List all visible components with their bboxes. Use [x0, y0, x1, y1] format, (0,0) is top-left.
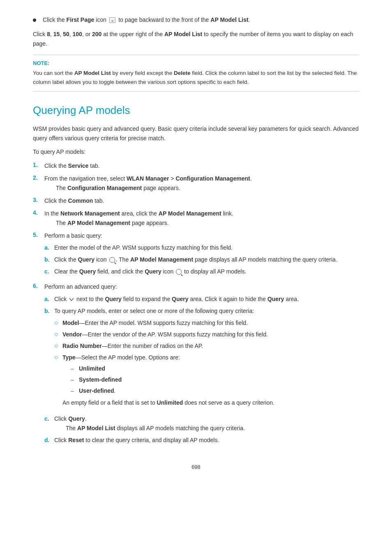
first-page-icon: « — [109, 17, 116, 23]
num-200: 200 — [92, 31, 101, 37]
step-2-number: 2. — [33, 174, 44, 181]
step-5-content: Perform a basic query: a. Enter the mode… — [44, 231, 359, 279]
step-5c-query-field: Query — [79, 268, 96, 275]
step-6c: c. Click Query. The AP Model List displa… — [44, 414, 359, 433]
step-4-netmgmt: Network Management — [60, 210, 120, 217]
step-5-number: 5. — [33, 231, 44, 238]
dash-unlimited: – Unlimited — [71, 364, 359, 373]
step-5c-content: Clear the Query field, and click the Que… — [54, 267, 359, 276]
step-2-wlan: WLAN Manager — [127, 175, 169, 182]
intro-para-1: WSM provides basic query and advanced qu… — [33, 124, 359, 143]
field-note: An empty field or a field that is set to… — [62, 398, 359, 408]
circle-radio-content: Radio Number—Enter the number of radios … — [62, 341, 359, 351]
type-bold: Type — [62, 354, 76, 361]
step-5b-label: b. — [44, 255, 54, 264]
circle-bullet-radio: ○ — [54, 341, 62, 350]
step-6d: d. Click Reset to clear the query criter… — [44, 436, 359, 445]
note-label: NOTE: — [33, 60, 359, 66]
chevron-down-icon — [69, 298, 74, 301]
circle-model: ○ Model—Enter the AP model. WSM supports… — [54, 318, 359, 328]
step-5b-content: Click the Query icon . The AP Model Mana… — [54, 255, 359, 264]
step-3-common: Common — [68, 197, 93, 204]
step-6d-label: d. — [44, 436, 54, 445]
step-2-indent: The Configuration Management page appear… — [56, 183, 359, 193]
dash-user-content: User-defined. — [79, 386, 359, 396]
step-1-number: 1. — [33, 161, 44, 168]
step-6c-label: c. — [44, 414, 54, 424]
step-6-content: Perform an advanced query: a. Click next… — [44, 282, 359, 447]
step-2: 2. From the navigation tree, select WLAN… — [33, 174, 359, 193]
step-2-config: Configuration Management — [175, 175, 250, 182]
bullet-section: Click the First Page icon « to page back… — [33, 16, 359, 23]
step-4-number: 4. — [33, 209, 44, 216]
step-6: 6. Perform an advanced query: a. Click n… — [33, 282, 359, 447]
user-defined-bold: User-defined — [79, 387, 114, 394]
circle-model-content: Model—Enter the AP model. WSM supports f… — [62, 318, 359, 328]
step-5b-apmodel: AP Model Management — [130, 256, 193, 263]
step-3: 3. Click the Common tab. — [33, 196, 359, 206]
vendor-bold: Vendor — [62, 331, 82, 338]
query-search-icon-5c — [176, 269, 182, 275]
step-5c-query-icon: Query — [145, 268, 161, 275]
model-bold: Model — [62, 320, 79, 326]
step-5b-query: Query — [78, 256, 95, 263]
step-5a-label: a. — [44, 243, 54, 253]
circle-type-content: Type—Select the AP model type. Options a… — [62, 353, 359, 409]
step-5-substeps: a. Enter the model of the AP. WSM suppor… — [44, 243, 359, 276]
step-4-apmodel-page: AP Model Management — [67, 220, 130, 226]
step-5a-content: Enter the model of the AP. WSM supports … — [54, 243, 359, 253]
ap-model-list-ref: AP Model List — [164, 31, 202, 37]
bullet-dot — [33, 19, 36, 22]
radio-bold: Radio Number — [62, 343, 102, 349]
circle-bullet-vendor: ○ — [54, 330, 62, 339]
step-1-content: Click the Service tab. — [44, 161, 359, 171]
num-15: 15 — [53, 31, 60, 37]
unlimited-ref: Unlimited — [157, 399, 183, 406]
page-number: 698 — [33, 464, 359, 470]
note-text: You can sort the AP Model List by every … — [33, 69, 359, 86]
intro-para-2: To query AP models: — [33, 147, 359, 157]
step-3-content: Click the Common tab. — [44, 196, 359, 206]
step-1-service: Service — [68, 162, 89, 169]
page-container: Click the First Page icon « to page back… — [0, 0, 392, 495]
step-6a-query3: Query — [267, 296, 284, 302]
first-page-text: Click the First Page icon « to page back… — [43, 16, 250, 23]
step-6c-query: Query — [68, 415, 85, 422]
note-box: NOTE: You can sort the AP Model List by … — [33, 55, 359, 92]
step-6-number: 6. — [33, 282, 44, 289]
query-search-icon-5b — [109, 257, 115, 263]
step-6b: b. To query AP models, enter or select o… — [44, 306, 359, 412]
num-50: 50 — [63, 31, 69, 37]
step-4: 4. In the Network Management area, click… — [33, 209, 359, 228]
note-delete: Delete — [174, 70, 191, 76]
dash-unlimited-content: Unlimited — [79, 364, 359, 373]
step-5c-label: c. — [44, 267, 54, 276]
step-6c-indent: The AP Model List displays all AP models… — [66, 424, 359, 433]
step-6a-query1: Query — [105, 296, 121, 302]
step-6d-reset: Reset — [68, 437, 84, 443]
unlimited-bold: Unlimited — [79, 365, 105, 372]
step-6b-label: b. — [44, 306, 54, 316]
section-heading: Querying AP models — [33, 104, 359, 117]
step-6c-content: Click Query. The AP Model List displays … — [54, 414, 359, 433]
step-6a-query2: Query — [172, 296, 188, 302]
dash-bullet-1: – — [71, 364, 79, 373]
num-8: 8 — [47, 31, 50, 37]
num-100: 100 — [73, 31, 82, 37]
dash-list: – Unlimited – — [71, 364, 359, 396]
system-defined-bold: System-defined — [79, 376, 122, 383]
note-ap-list: AP Model List — [74, 70, 111, 76]
step-5a: a. Enter the model of the AP. WSM suppor… — [44, 243, 359, 253]
dash-system-content: System-defined — [79, 375, 359, 385]
circle-bullet: ○ — [54, 318, 62, 327]
step-4-indent: The AP Model Management page appears. — [56, 218, 359, 228]
step-5b: b. Click the Query icon . The AP Model M… — [44, 255, 359, 264]
step-6d-content: Click Reset to clear the query criteria,… — [54, 436, 359, 445]
step-6c-aplist: AP Model List — [77, 425, 115, 431]
first-page-bold: First Page — [67, 16, 95, 23]
step-1: 1. Click the Service tab. — [33, 161, 359, 171]
step-2-content: From the navigation tree, select WLAN Ma… — [44, 174, 359, 193]
step-6b-content: To query AP models, enter or select one … — [54, 306, 359, 412]
circle-bullet-type: ○ — [54, 353, 62, 362]
dash-system: – System-defined — [71, 375, 359, 385]
